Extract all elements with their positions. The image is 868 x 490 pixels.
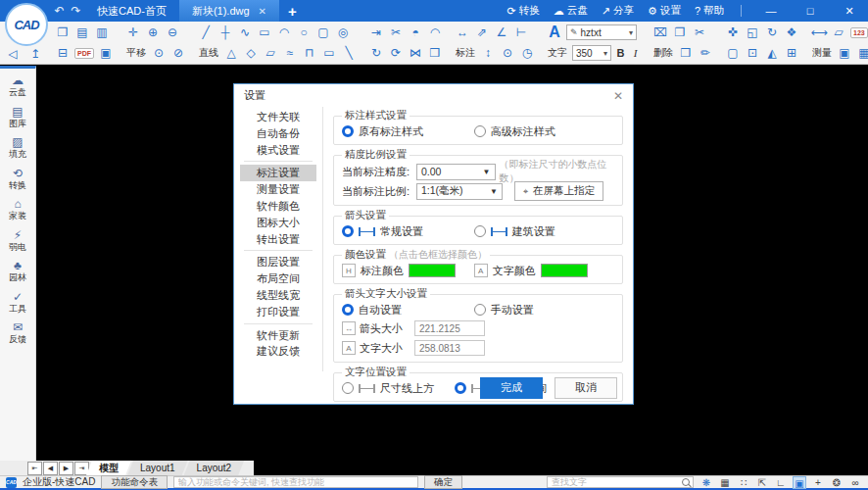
dialog-menu-item-15[interactable]: 软件更新 — [240, 327, 316, 344]
object-snap-icon[interactable]: ❋ — [699, 476, 713, 489]
pan-icon[interactable]: ✛ — [123, 23, 143, 42]
chamfer-icon[interactable]: ◓ — [406, 23, 425, 42]
ray-icon[interactable]: ╲ — [339, 43, 359, 63]
new-tab-button[interactable]: + — [279, 3, 306, 20]
back-page-icon[interactable]: ◁ — [3, 44, 23, 64]
arch-arrow-radio[interactable] — [474, 225, 486, 237]
polyline-icon[interactable]: ∿ — [235, 23, 255, 42]
grid-icon[interactable]: ▦ — [718, 476, 732, 489]
dim-aligned-icon[interactable]: ⇗ — [472, 23, 492, 42]
count-icon[interactable]: 123 — [850, 27, 868, 38]
bold-button[interactable]: B — [613, 45, 628, 61]
italic-button[interactable]: I — [628, 45, 643, 61]
regular-arrow-radio[interactable] — [342, 225, 354, 237]
parallelogram-icon[interactable]: ▱ — [261, 43, 280, 63]
line-icon[interactable]: ╱ — [196, 23, 216, 42]
rotate2-icon[interactable]: ↻ — [762, 23, 782, 42]
dialog-menu-item-8[interactable]: 转出设置 — [240, 231, 316, 248]
original-style-radio[interactable] — [342, 125, 354, 137]
copy-icon[interactable]: ❐ — [670, 23, 690, 42]
dialog-menu-item-16[interactable]: 建议反馈 — [240, 343, 316, 360]
zoom-out-icon[interactable]: ⊖ — [163, 23, 182, 42]
layout-tab-模型[interactable]: 模型 — [86, 461, 131, 475]
command-list-button[interactable]: 功能命令表 — [101, 475, 168, 489]
zoom-extents-icon[interactable]: ⊙ — [149, 43, 169, 63]
zoom-window-icon[interactable]: ⊘ — [169, 43, 188, 63]
measure-area-icon[interactable]: ▱ — [829, 23, 848, 42]
dialog-close-icon[interactable]: ✕ — [613, 89, 623, 103]
delete-icon[interactable]: ⌧ — [651, 23, 670, 42]
rotate-icon[interactable]: ↻ — [366, 43, 386, 63]
open-file-icon[interactable]: ❐ — [53, 23, 72, 42]
sidebar-item-garden[interactable]: ♣园林 — [9, 259, 26, 283]
sidebar-item-cloud[interactable]: ☁云盘 — [9, 74, 26, 98]
dialog-menu-item-11[interactable]: 布局空间 — [240, 270, 316, 287]
search-icon[interactable] — [682, 478, 690, 486]
font-select[interactable]: ✎hztxt▾ — [566, 24, 637, 40]
convert-action[interactable]: ⟳转换 — [507, 4, 540, 18]
rect2-icon[interactable]: ▢ — [313, 23, 333, 42]
first-tab-button[interactable]: ⇤ — [27, 462, 42, 475]
save-as-icon[interactable]: ▥ — [92, 23, 112, 42]
cancel-button[interactable]: 取消 — [555, 377, 617, 399]
text-size-input[interactable]: 258.0813 — [414, 340, 485, 356]
sidebar-item-home[interactable]: ⌂家装 — [9, 197, 26, 221]
sidebar-item-convert[interactable]: ⟲转换 — [9, 167, 26, 191]
align-icon[interactable]: ⊞ — [782, 43, 801, 63]
maximize-button[interactable]: □ — [797, 0, 823, 22]
tab-close-icon[interactable]: ✕ — [259, 6, 266, 17]
dialog-menu-item-13[interactable]: 打印设置 — [240, 304, 316, 320]
zoom-in-icon[interactable]: ⊕ — [143, 23, 163, 42]
sidebar-item-power[interactable]: ⚡弱电 — [9, 228, 26, 253]
arc-edit-icon[interactable]: ◠ — [425, 23, 445, 42]
dim-diameter-icon[interactable]: ⊙ — [498, 43, 517, 63]
print-icon[interactable]: ⊟ — [53, 43, 72, 63]
rectangle-icon[interactable]: ▭ — [255, 23, 274, 42]
dialog-menu-item-10[interactable]: 图层设置 — [240, 254, 316, 270]
rounded-rect-icon[interactable]: ▭ — [319, 43, 339, 63]
dim-radius-icon[interactable]: ◷ — [517, 43, 537, 63]
doc-tab-0[interactable]: 快速CAD-首页 — [84, 0, 179, 22]
export-image-icon[interactable]: ▣ — [96, 43, 116, 63]
link-icon[interactable]: ∞ — [848, 476, 862, 489]
rotate-copy-icon[interactable]: ⟳ — [386, 43, 406, 63]
sidebar-item-hatch[interactable]: ▨填充 — [9, 135, 26, 160]
arrow-size-input[interactable]: 221.2125 — [414, 320, 485, 336]
manual-size-radio[interactable] — [474, 304, 486, 316]
triangle-icon[interactable]: △ — [221, 43, 241, 63]
command-input[interactable] — [173, 476, 418, 488]
insert-image-icon[interactable]: ▣ — [835, 43, 854, 63]
share-action[interactable]: ↗分享 — [602, 4, 634, 18]
donut-icon[interactable]: ◎ — [333, 23, 353, 42]
dialog-menu-item-4[interactable]: 标注设置 — [240, 165, 316, 181]
format-brush-icon[interactable]: ✏ — [696, 43, 715, 63]
point-icon[interactable]: ┼ — [216, 23, 235, 42]
find-text-input[interactable] — [548, 477, 682, 487]
dialog-menu-item-5[interactable]: 测量设置 — [240, 181, 316, 198]
settings-action[interactable]: ⚙设置 — [648, 4, 681, 18]
crosshair-icon[interactable]: + — [811, 476, 825, 489]
offset-icon[interactable]: ⇥ — [366, 23, 386, 42]
close-button[interactable]: ✕ — [837, 0, 862, 22]
cut-icon[interactable]: ✂ — [690, 23, 709, 42]
minimize-button[interactable]: — — [758, 0, 784, 22]
dim-angle-icon[interactable]: ∠ — [492, 23, 511, 42]
color-wheel-icon[interactable]: ❂ — [830, 476, 844, 489]
layout-tab-layout1[interactable]: Layout1 — [127, 461, 188, 475]
array-icon[interactable]: ❖ — [782, 23, 801, 42]
text-color-swatch[interactable] — [541, 264, 588, 277]
scale-icon[interactable]: ◱ — [743, 23, 762, 42]
sidebar-item-gallery[interactable]: ▤图库 — [9, 105, 26, 129]
dim-baseline-icon[interactable]: ⊢ — [511, 23, 531, 42]
dim-linear-icon[interactable]: ↔ — [453, 23, 472, 42]
doc-tab-1[interactable]: 新块(1).dwg✕ — [179, 0, 279, 22]
pick-on-screen-button[interactable]: ⌖ 在屏幕上指定 — [514, 181, 603, 201]
dot-grid-icon[interactable]: ∷ — [737, 476, 750, 489]
dialog-menu-item-7[interactable]: 图标大小 — [240, 215, 316, 231]
confirm-button[interactable]: 确定 — [424, 475, 462, 489]
polar-tracking-icon[interactable]: ⇱ — [755, 476, 769, 489]
auto-size-radio[interactable] — [342, 304, 354, 316]
spline-icon[interactable]: ≈ — [280, 43, 300, 63]
paste-block-icon[interactable]: ▢ — [723, 43, 743, 63]
prev-tab-button[interactable]: ◀ — [43, 462, 58, 475]
